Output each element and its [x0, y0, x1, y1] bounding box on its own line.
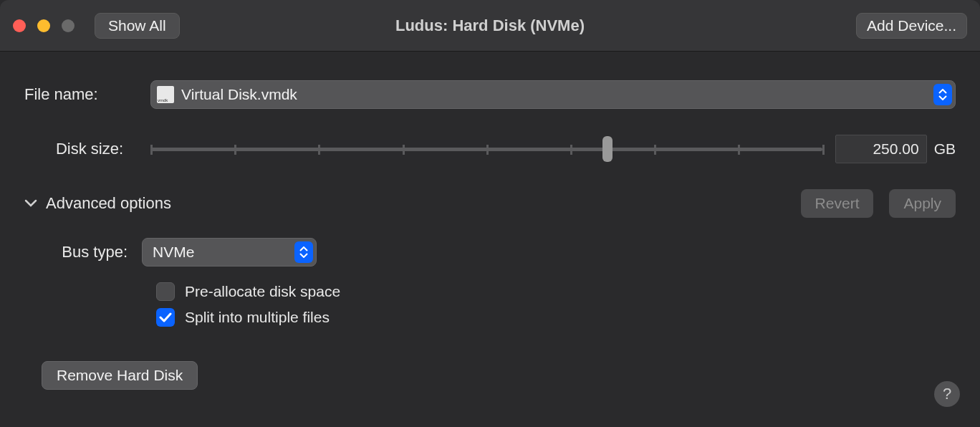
disksize-unit: GB — [934, 140, 956, 158]
window-title: Ludus: Hard Disk (NVMe) — [395, 16, 585, 35]
titlebar: Show All Ludus: Hard Disk (NVMe) Add Dev… — [0, 0, 980, 52]
window-controls — [13, 19, 75, 32]
disksize-input[interactable] — [835, 135, 927, 163]
chevron-down-icon[interactable] — [24, 197, 37, 210]
show-all-button[interactable]: Show All — [95, 13, 180, 39]
remove-hard-disk-button[interactable]: Remove Hard Disk — [42, 361, 198, 390]
help-button[interactable]: ? — [934, 381, 960, 407]
dropdown-stepper-icon — [294, 241, 313, 263]
bustype-label: Bus type: — [34, 243, 142, 262]
zoom-window-button[interactable] — [62, 19, 75, 32]
disksize-label: Disk size: — [24, 140, 129, 158]
revert-button[interactable]: Revert — [801, 189, 874, 218]
preallocate-label: Pre-allocate disk space — [185, 283, 340, 300]
close-window-button[interactable] — [13, 19, 26, 32]
bustype-value: NVMe — [153, 244, 194, 261]
add-device-button[interactable]: Add Device... — [856, 13, 967, 39]
split-files-label: Split into multiple files — [185, 309, 330, 326]
disksize-slider[interactable] — [150, 135, 822, 163]
advanced-options-label[interactable]: Advanced options — [46, 194, 171, 213]
minimize-window-button[interactable] — [37, 19, 50, 32]
slider-thumb[interactable] — [602, 136, 612, 162]
dropdown-stepper-icon — [933, 84, 952, 105]
filename-label: File name: — [24, 85, 129, 104]
vmdk-file-icon — [157, 86, 174, 103]
bustype-dropdown[interactable]: NVMe — [142, 238, 317, 267]
preallocate-checkbox[interactable] — [156, 282, 175, 301]
apply-button[interactable]: Apply — [889, 189, 956, 218]
split-files-checkbox[interactable] — [156, 308, 175, 327]
filename-dropdown[interactable]: Virtual Disk.vmdk — [150, 80, 956, 109]
filename-value: Virtual Disk.vmdk — [181, 86, 297, 103]
